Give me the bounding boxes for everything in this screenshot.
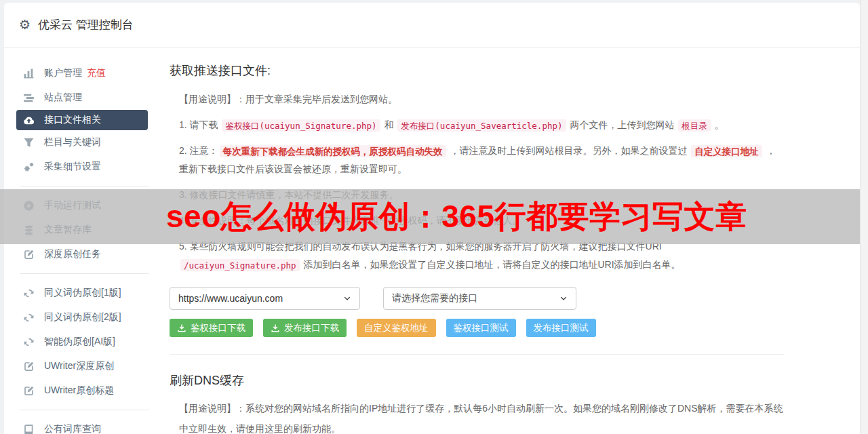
edit-icon — [23, 361, 35, 372]
sidebar-item-接口文件相关[interactable]: 接口文件相关 — [16, 110, 148, 130]
recharge-badge[interactable]: 充值 — [87, 67, 106, 79]
gear-icon: ⚙ — [19, 18, 31, 31]
sidebar-item-label: 站点管理 — [44, 92, 82, 104]
button-label: 自定义鉴权地址 — [364, 322, 429, 334]
step-1: 1. 请下载 鉴权接口(ucaiyun_Signature.php) 和 发布接… — [170, 116, 784, 134]
sidebar-item-label: 智能伪原创[AI版] — [44, 336, 115, 348]
chevron-down-icon — [559, 294, 568, 302]
push-section-title: 获取推送接口文件: — [170, 62, 784, 79]
refresh-icon — [23, 312, 35, 323]
refresh-icon — [23, 288, 35, 299]
bar-chart-icon — [23, 68, 35, 79]
sidebar-item-公有词库查询[interactable]: 公有词库查询 — [4, 417, 167, 434]
sidebar-item-UWriter原创标题[interactable]: UWriter原创标题 — [4, 378, 167, 403]
cogs-icon — [23, 161, 35, 173]
app-title: 优采云 管理控制台 — [38, 17, 134, 33]
sidebar-item-深度原创任务[interactable]: 深度原创任务 — [4, 242, 167, 267]
promo-banner-overlay: seo怎么做伪原创：365行都要学习写文章 — [0, 189, 860, 244]
sidebar-item-UWriter深度原创[interactable]: UWriter深度原创 — [4, 354, 167, 378]
publish-interface-download-button[interactable]: 发布接口下载 — [263, 319, 347, 337]
step-2: 2. 注意：每次重新下载都会生成新的授权码，原授权码自动失效 ，请注意及时上传到… — [170, 142, 784, 178]
button-label: 鉴权接口下载 — [191, 322, 245, 334]
sidebar-item-label: 同义词伪原创[2版] — [44, 311, 121, 323]
filter-icon — [23, 137, 35, 149]
sidebar-item-同义词伪原创[1版][interactable]: 同义词伪原创[1版] — [4, 281, 167, 305]
server-list-icon — [23, 92, 35, 104]
promo-banner-text: seo怎么做伪原创：365行都要学习写文章 — [166, 196, 747, 238]
page-scrollbar[interactable] — [860, 0, 868, 434]
book-icon — [23, 424, 35, 434]
sidebar-item-label: UWriter原创标题 — [44, 384, 114, 397]
button-label: 发布接口下载 — [284, 322, 339, 334]
refresh-icon — [23, 336, 35, 348]
sidebar-item-智能伪原创[AI版][interactable]: 智能伪原创[AI版] — [4, 330, 167, 354]
cloud-upload-icon — [23, 115, 35, 126]
interface-select-placeholder: 请选择您需要的接口 — [392, 292, 559, 304]
sidebar-divider — [20, 186, 149, 186]
app-header: ⚙ 优采云 管理控制台 — [4, 3, 860, 47]
sidebar-item-同义词伪原创[2版][interactable]: 同义词伪原创[2版] — [4, 305, 167, 330]
sidebar-divider — [20, 410, 149, 410]
sidebar-item-label: 采集细节设置 — [44, 161, 101, 173]
edit-icon — [23, 249, 35, 260]
download-icon — [271, 323, 280, 333]
sidebar-item-栏目与关键词[interactable]: 栏目与关键词 — [4, 130, 167, 155]
sidebar-divider — [20, 273, 149, 274]
sidebar-item-label: 同义词伪原创[1版] — [44, 287, 121, 299]
sidebar-item-label: 接口文件相关 — [44, 114, 101, 126]
sidebar-item-label: 公有词库查询 — [44, 423, 101, 434]
sidebar-item-站点管理[interactable]: 站点管理 — [4, 85, 167, 110]
sidebar-item-账户管理[interactable]: 账户管理充值 — [4, 61, 167, 85]
download-icon — [177, 323, 186, 333]
button-label: 发布接口测试 — [534, 322, 589, 334]
push-usage-note: 【用途说明】：用于文章采集完毕后发送到您网站。 — [170, 90, 784, 108]
publish-interface-test-button[interactable]: 发布接口测试 — [526, 319, 596, 337]
sidebar-item-label: 深度原创任务 — [44, 248, 101, 260]
auth-interface-download-button[interactable]: 鉴权接口下载 — [170, 319, 253, 337]
dns-usage-note: 【用途说明】：系统对您的网站域名所指向的IP地址进行了缓存，默认每6小时自动刷新… — [170, 398, 784, 434]
site-select-value: https://www.ucaiyun.com — [178, 293, 343, 304]
site-select[interactable]: https://www.ucaiyun.com — [170, 287, 360, 310]
interface-select[interactable]: 请选择您需要的接口 — [383, 287, 576, 310]
dns-section-title: 刷新DNS缓存 — [170, 372, 784, 389]
chevron-down-icon — [343, 294, 351, 302]
edit-icon — [23, 385, 35, 397]
sidebar-item-label: UWriter深度原创 — [44, 360, 114, 372]
sidebar-item-label: 账户管理 — [44, 67, 82, 79]
section-divider — [170, 354, 784, 355]
sidebar-item-采集细节设置[interactable]: 采集细节设置 — [4, 155, 167, 179]
button-label: 鉴权接口测试 — [454, 322, 509, 334]
sidebar-item-label: 栏目与关键词 — [44, 136, 101, 149]
auth-interface-test-button[interactable]: 鉴权接口测试 — [446, 319, 516, 337]
button-row: 鉴权接口下载发布接口下载自定义鉴权地址鉴权接口测试发布接口测试 — [170, 319, 784, 337]
custom-auth-address-button[interactable]: 自定义鉴权地址 — [357, 319, 436, 337]
